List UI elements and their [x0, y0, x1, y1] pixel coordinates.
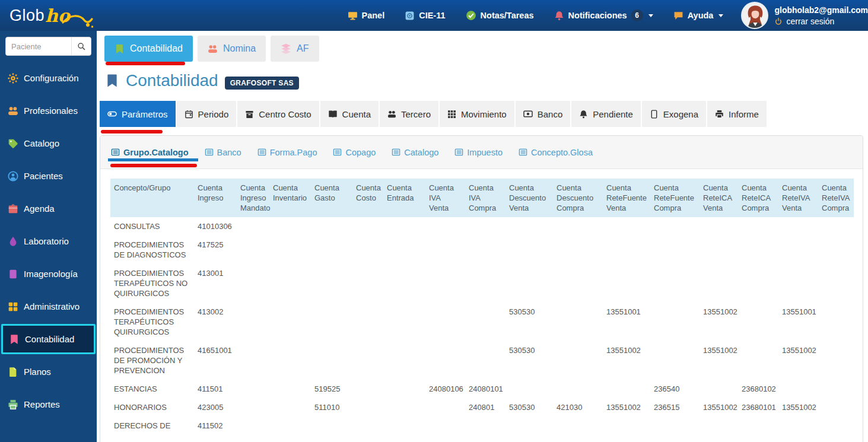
- account-cell: [269, 236, 311, 264]
- account-cell: [505, 416, 553, 435]
- account-cell: [425, 217, 465, 236]
- sidebar-item-imagenologia[interactable]: Imagenología: [0, 257, 97, 290]
- tag-icon: [8, 138, 18, 149]
- user-circle-icon: [8, 171, 18, 182]
- subtab-copago[interactable]: Copago: [333, 148, 376, 157]
- nav-item-cie11[interactable]: CIE-11: [405, 11, 445, 21]
- table-row: DERECHOS DE411502: [110, 416, 854, 435]
- account-cell: [650, 416, 700, 435]
- sidebar-menu: Configuración Profesionales Catalogo Pac…: [0, 62, 97, 421]
- logout-button[interactable]: cerrar sesión: [774, 17, 868, 26]
- nav-item-notificaciones[interactable]: Notificaciones 6: [554, 9, 653, 21]
- section-tabs: Parámetros Periodo Centro Costo Cuenta T…: [100, 101, 767, 127]
- user-block: globholab2@gmail.com cerrar sesión: [741, 2, 868, 29]
- tab-exogena[interactable]: Exogena: [642, 101, 706, 127]
- list-icon: [111, 148, 120, 157]
- account-cell: [553, 380, 603, 398]
- account-cell: [603, 264, 650, 303]
- account-cell: 519525: [311, 380, 352, 398]
- account-cell: 530530: [505, 398, 553, 416]
- tab-label: Parámetros: [122, 109, 168, 119]
- account-cell: [738, 303, 778, 341]
- tab-periodo[interactable]: Periodo: [177, 101, 237, 127]
- account-cell: [818, 380, 854, 398]
- navbar-menu: Panel CIE-11 Notas/Tareas Notificaciones…: [348, 9, 724, 21]
- sidebar-item-contabilidad[interactable]: Contabilidad: [1, 324, 96, 354]
- sidebar-item-laboratorio[interactable]: Laboratorio: [0, 225, 97, 257]
- sidebar-item-catalogo[interactable]: Catalogo: [0, 127, 97, 160]
- account-cell: [237, 303, 269, 341]
- active-subtab-indicator: [108, 158, 198, 161]
- sidebar-item-label: Laboratorio: [24, 236, 69, 246]
- tab-pendiente[interactable]: Pendiente: [571, 101, 641, 127]
- app-logo[interactable]: Glob ho: [9, 0, 143, 31]
- tab-tercero[interactable]: Tercero: [380, 101, 438, 127]
- account-cell: [465, 303, 505, 341]
- tab-label: Cuenta: [342, 109, 371, 119]
- printer-icon: [8, 399, 18, 410]
- tab-cuenta[interactable]: Cuenta: [320, 101, 379, 127]
- account-cell: 23680101: [738, 398, 778, 416]
- sidebar-item-reportes[interactable]: Reportes: [0, 388, 97, 421]
- account-cell: [425, 416, 465, 435]
- logo-text: Glob: [9, 7, 44, 25]
- account-cell: 13551001: [603, 303, 650, 341]
- book-icon: [328, 109, 338, 119]
- subtab-forma-pago[interactable]: Forma.Pago: [257, 148, 317, 157]
- account-cell: 236540: [650, 380, 700, 398]
- tab-movimiento[interactable]: Movimiento: [440, 101, 514, 127]
- bookmark-icon: [9, 334, 20, 345]
- column-header: Cuenta Ingreso: [194, 179, 237, 217]
- list-icon: [519, 148, 527, 157]
- subtab-concepto-glosa[interactable]: Concepto.Glosa: [519, 148, 593, 157]
- nav-item-ayuda[interactable]: Ayuda: [673, 11, 724, 21]
- account-cell: [311, 264, 352, 303]
- list-icon: [205, 148, 214, 157]
- account-cell: [505, 217, 553, 236]
- account-cell: [818, 416, 854, 435]
- sidebar-item-planos[interactable]: Planos: [0, 355, 97, 388]
- module-tab-contabilidad[interactable]: Contabilidad: [104, 36, 193, 62]
- account-cell: [311, 236, 352, 264]
- subtab-label: Impuesto: [467, 148, 503, 157]
- nav-item-notas-tareas[interactable]: Notas/Tareas: [466, 10, 534, 21]
- account-cell: [700, 380, 738, 398]
- subtab-banco[interactable]: Banco: [205, 148, 241, 157]
- tab-banco[interactable]: Banco: [516, 101, 571, 127]
- list-icon: [257, 148, 266, 157]
- subtab-catalogo[interactable]: Catalogo: [392, 148, 438, 157]
- list-icon: [333, 148, 342, 157]
- search-button[interactable]: [71, 37, 91, 55]
- module-tab-nomina[interactable]: Nomina: [198, 36, 266, 62]
- tab-parametros[interactable]: Parámetros: [100, 101, 176, 127]
- nav-item-panel[interactable]: Panel: [348, 11, 385, 21]
- annotation-underline-module-tab: [106, 62, 185, 65]
- sidebar-item-agenda[interactable]: Agenda: [0, 192, 97, 225]
- main-content: Contabilidad Nomina AF Contabilidad GRAF…: [97, 31, 868, 442]
- sidebar-item-profesionales[interactable]: Profesionales: [0, 94, 97, 127]
- search-input[interactable]: [6, 37, 71, 55]
- account-cell: 423005: [194, 398, 237, 416]
- module-tab-af[interactable]: AF: [271, 36, 319, 62]
- account-cell: [603, 236, 650, 264]
- subtab-label: Copago: [345, 148, 376, 157]
- tab-label: Pendiente: [593, 109, 633, 119]
- sidebar-item-configuracion[interactable]: Configuración: [0, 62, 97, 94]
- annotation-underline-parametros: [101, 130, 163, 133]
- account-cell: [352, 236, 383, 264]
- account-cell: [383, 341, 425, 380]
- sidebar-item-pacientes[interactable]: Pacientes: [0, 160, 97, 192]
- avatar[interactable]: [741, 2, 768, 29]
- subtab-grupo-catalogo[interactable]: Grupo.Catalogo: [111, 148, 189, 157]
- tab-centro-costo[interactable]: Centro Costo: [237, 101, 319, 127]
- check-circle-icon: [466, 10, 476, 21]
- sidebar-item-administrativo[interactable]: Administrativo: [0, 290, 97, 323]
- subtab-impuesto[interactable]: Impuesto: [454, 148, 503, 157]
- tab-informe[interactable]: Informe: [707, 101, 767, 127]
- sidebar-item-label: Configuración: [24, 73, 79, 83]
- nav-item-label: Ayuda: [688, 11, 714, 20]
- account-cell: [311, 217, 352, 236]
- concepto-cell: CONSULTAS: [110, 217, 194, 236]
- account-cell: [269, 398, 311, 416]
- account-cell: [465, 341, 505, 380]
